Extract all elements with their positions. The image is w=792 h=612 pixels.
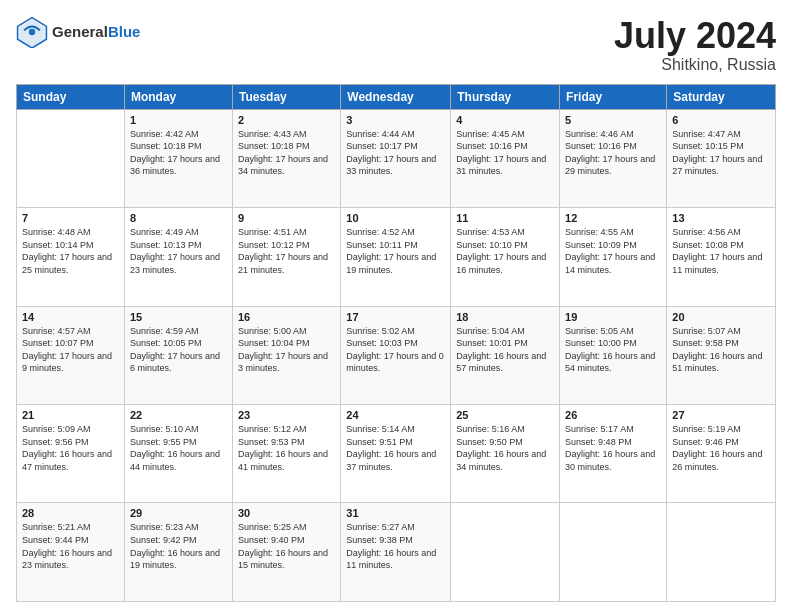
svg-point-2 xyxy=(29,29,35,35)
day-number: 3 xyxy=(346,114,445,126)
day-number: 30 xyxy=(238,507,335,519)
calendar-week-row: 1Sunrise: 4:42 AMSunset: 10:18 PMDayligh… xyxy=(17,109,776,207)
table-row: 27Sunrise: 5:19 AMSunset: 9:46 PMDayligh… xyxy=(667,405,776,503)
day-info: Sunrise: 5:16 AMSunset: 9:50 PMDaylight:… xyxy=(456,423,554,473)
day-number: 19 xyxy=(565,311,661,323)
calendar-week-row: 14Sunrise: 4:57 AMSunset: 10:07 PMDaylig… xyxy=(17,306,776,404)
table-row: 23Sunrise: 5:12 AMSunset: 9:53 PMDayligh… xyxy=(232,405,340,503)
day-number: 17 xyxy=(346,311,445,323)
day-number: 23 xyxy=(238,409,335,421)
day-info: Sunrise: 4:46 AMSunset: 10:16 PMDaylight… xyxy=(565,128,661,178)
calendar-header-row: Sunday Monday Tuesday Wednesday Thursday… xyxy=(17,84,776,109)
day-info: Sunrise: 4:49 AMSunset: 10:13 PMDaylight… xyxy=(130,226,227,276)
day-number: 20 xyxy=(672,311,770,323)
day-number: 16 xyxy=(238,311,335,323)
title-block: July 2024 Shitkino, Russia xyxy=(614,16,776,74)
day-number: 10 xyxy=(346,212,445,224)
day-info: Sunrise: 4:47 AMSunset: 10:15 PMDaylight… xyxy=(672,128,770,178)
day-info: Sunrise: 5:04 AMSunset: 10:01 PMDaylight… xyxy=(456,325,554,375)
day-number: 1 xyxy=(130,114,227,126)
day-number: 27 xyxy=(672,409,770,421)
day-info: Sunrise: 5:19 AMSunset: 9:46 PMDaylight:… xyxy=(672,423,770,473)
title-month: July 2024 xyxy=(614,16,776,56)
header: GeneralBlue July 2024 Shitkino, Russia xyxy=(16,16,776,74)
day-info: Sunrise: 4:57 AMSunset: 10:07 PMDaylight… xyxy=(22,325,119,375)
title-location: Shitkino, Russia xyxy=(614,56,776,74)
day-info: Sunrise: 5:00 AMSunset: 10:04 PMDaylight… xyxy=(238,325,335,375)
col-sunday: Sunday xyxy=(17,84,125,109)
day-info: Sunrise: 5:07 AMSunset: 9:58 PMDaylight:… xyxy=(672,325,770,375)
table-row: 24Sunrise: 5:14 AMSunset: 9:51 PMDayligh… xyxy=(341,405,451,503)
day-info: Sunrise: 5:12 AMSunset: 9:53 PMDaylight:… xyxy=(238,423,335,473)
table-row: 11Sunrise: 4:53 AMSunset: 10:10 PMDaylig… xyxy=(451,208,560,306)
logo: GeneralBlue xyxy=(16,16,140,48)
day-number: 18 xyxy=(456,311,554,323)
day-info: Sunrise: 4:45 AMSunset: 10:16 PMDaylight… xyxy=(456,128,554,178)
table-row: 7Sunrise: 4:48 AMSunset: 10:14 PMDayligh… xyxy=(17,208,125,306)
table-row: 18Sunrise: 5:04 AMSunset: 10:01 PMDaylig… xyxy=(451,306,560,404)
day-number: 29 xyxy=(130,507,227,519)
page: GeneralBlue July 2024 Shitkino, Russia S… xyxy=(0,0,792,612)
day-number: 31 xyxy=(346,507,445,519)
day-number: 4 xyxy=(456,114,554,126)
day-number: 12 xyxy=(565,212,661,224)
table-row xyxy=(17,109,125,207)
logo-blue: Blue xyxy=(108,23,141,40)
table-row: 30Sunrise: 5:25 AMSunset: 9:40 PMDayligh… xyxy=(232,503,340,602)
day-number: 11 xyxy=(456,212,554,224)
day-number: 2 xyxy=(238,114,335,126)
table-row: 5Sunrise: 4:46 AMSunset: 10:16 PMDayligh… xyxy=(560,109,667,207)
day-number: 13 xyxy=(672,212,770,224)
logo-general: General xyxy=(52,23,108,40)
table-row: 2Sunrise: 4:43 AMSunset: 10:18 PMDayligh… xyxy=(232,109,340,207)
day-number: 21 xyxy=(22,409,119,421)
col-monday: Monday xyxy=(124,84,232,109)
table-row: 29Sunrise: 5:23 AMSunset: 9:42 PMDayligh… xyxy=(124,503,232,602)
calendar-table: Sunday Monday Tuesday Wednesday Thursday… xyxy=(16,84,776,602)
day-info: Sunrise: 5:23 AMSunset: 9:42 PMDaylight:… xyxy=(130,521,227,571)
day-number: 7 xyxy=(22,212,119,224)
day-info: Sunrise: 5:10 AMSunset: 9:55 PMDaylight:… xyxy=(130,423,227,473)
col-friday: Friday xyxy=(560,84,667,109)
day-number: 9 xyxy=(238,212,335,224)
table-row: 19Sunrise: 5:05 AMSunset: 10:00 PMDaylig… xyxy=(560,306,667,404)
day-info: Sunrise: 5:21 AMSunset: 9:44 PMDaylight:… xyxy=(22,521,119,571)
day-info: Sunrise: 5:09 AMSunset: 9:56 PMDaylight:… xyxy=(22,423,119,473)
day-number: 6 xyxy=(672,114,770,126)
day-info: Sunrise: 4:53 AMSunset: 10:10 PMDaylight… xyxy=(456,226,554,276)
table-row: 26Sunrise: 5:17 AMSunset: 9:48 PMDayligh… xyxy=(560,405,667,503)
table-row: 31Sunrise: 5:27 AMSunset: 9:38 PMDayligh… xyxy=(341,503,451,602)
day-info: Sunrise: 5:14 AMSunset: 9:51 PMDaylight:… xyxy=(346,423,445,473)
table-row: 28Sunrise: 5:21 AMSunset: 9:44 PMDayligh… xyxy=(17,503,125,602)
day-number: 28 xyxy=(22,507,119,519)
col-thursday: Thursday xyxy=(451,84,560,109)
day-info: Sunrise: 4:56 AMSunset: 10:08 PMDaylight… xyxy=(672,226,770,276)
table-row xyxy=(667,503,776,602)
table-row: 10Sunrise: 4:52 AMSunset: 10:11 PMDaylig… xyxy=(341,208,451,306)
col-wednesday: Wednesday xyxy=(341,84,451,109)
table-row: 16Sunrise: 5:00 AMSunset: 10:04 PMDaylig… xyxy=(232,306,340,404)
day-info: Sunrise: 4:52 AMSunset: 10:11 PMDaylight… xyxy=(346,226,445,276)
table-row: 8Sunrise: 4:49 AMSunset: 10:13 PMDayligh… xyxy=(124,208,232,306)
day-info: Sunrise: 4:43 AMSunset: 10:18 PMDaylight… xyxy=(238,128,335,178)
day-number: 25 xyxy=(456,409,554,421)
day-number: 15 xyxy=(130,311,227,323)
table-row: 21Sunrise: 5:09 AMSunset: 9:56 PMDayligh… xyxy=(17,405,125,503)
col-saturday: Saturday xyxy=(667,84,776,109)
calendar-week-row: 21Sunrise: 5:09 AMSunset: 9:56 PMDayligh… xyxy=(17,405,776,503)
day-info: Sunrise: 5:27 AMSunset: 9:38 PMDaylight:… xyxy=(346,521,445,571)
table-row xyxy=(560,503,667,602)
day-info: Sunrise: 5:25 AMSunset: 9:40 PMDaylight:… xyxy=(238,521,335,571)
day-info: Sunrise: 4:51 AMSunset: 10:12 PMDaylight… xyxy=(238,226,335,276)
day-info: Sunrise: 4:59 AMSunset: 10:05 PMDaylight… xyxy=(130,325,227,375)
table-row: 9Sunrise: 4:51 AMSunset: 10:12 PMDayligh… xyxy=(232,208,340,306)
day-info: Sunrise: 4:44 AMSunset: 10:17 PMDaylight… xyxy=(346,128,445,178)
day-number: 26 xyxy=(565,409,661,421)
day-number: 14 xyxy=(22,311,119,323)
table-row: 3Sunrise: 4:44 AMSunset: 10:17 PMDayligh… xyxy=(341,109,451,207)
table-row xyxy=(451,503,560,602)
table-row: 22Sunrise: 5:10 AMSunset: 9:55 PMDayligh… xyxy=(124,405,232,503)
table-row: 4Sunrise: 4:45 AMSunset: 10:16 PMDayligh… xyxy=(451,109,560,207)
day-info: Sunrise: 4:55 AMSunset: 10:09 PMDaylight… xyxy=(565,226,661,276)
day-number: 5 xyxy=(565,114,661,126)
